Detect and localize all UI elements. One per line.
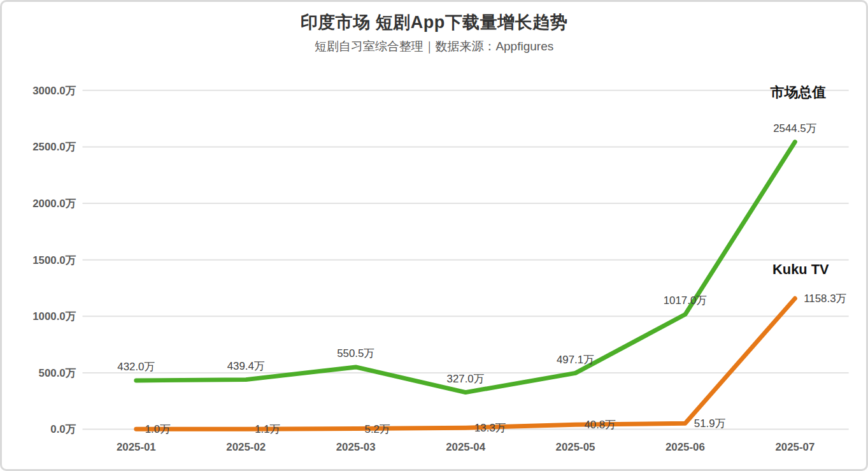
data-label-kuku-tv: 1158.3万 [804,293,846,305]
y-axis-tick-label: 2000.0万 [32,198,76,210]
data-label-market-total: 327.0万 [447,373,485,385]
data-label-kuku-tv: 5.2万 [365,423,390,435]
data-label-market-total: 497.1万 [557,354,594,366]
data-label-kuku-tv: 1.0万 [145,423,171,435]
data-label-kuku-tv: 1.1万 [255,423,280,435]
data-label-market-total: 432.0万 [117,361,155,373]
data-label-market-total: 2544.5万 [773,122,816,134]
x-axis-tick-label: 2025-01 [117,441,156,453]
series-line-market-total [136,142,795,393]
y-axis-tick-label: 0.0万 [50,423,76,435]
line-chart-plot: 3000.0万2500.0万2000.0万1500.0万1000.0万500.0… [2,2,866,469]
x-axis-tick-label: 2025-03 [336,441,376,453]
y-axis-tick-label: 1500.0万 [32,254,76,266]
y-axis-tick-label: 2500.0万 [32,141,76,153]
data-label-market-total: 439.4万 [227,360,265,372]
x-axis-tick-label: 2025-06 [665,441,705,453]
data-label-market-total: 1017.0万 [664,294,707,307]
x-axis-tick-label: 2025-04 [446,441,485,453]
x-axis-tick-label: 2025-05 [556,441,595,453]
series-name-label-market-total: 市场总值 [770,84,826,100]
chart-card: 印度市场 短剧App下载量增长趋势 短剧自习室综合整理｜数据来源：Appfigu… [0,0,868,471]
data-label-kuku-tv: 13.3万 [474,422,506,434]
x-axis-tick-label: 2025-07 [775,441,815,453]
data-label-market-total: 550.5万 [337,347,374,359]
y-axis-tick-label: 1000.0万 [32,310,76,322]
data-label-kuku-tv: 51.9万 [694,417,726,430]
y-axis-tick-label: 500.0万 [39,367,76,379]
series-name-label-kuku-tv: Kuku TV [772,261,829,277]
y-axis-tick-label: 3000.0万 [32,85,76,97]
x-axis-tick-label: 2025-02 [226,441,266,453]
data-label-kuku-tv: 40.8万 [584,419,616,431]
